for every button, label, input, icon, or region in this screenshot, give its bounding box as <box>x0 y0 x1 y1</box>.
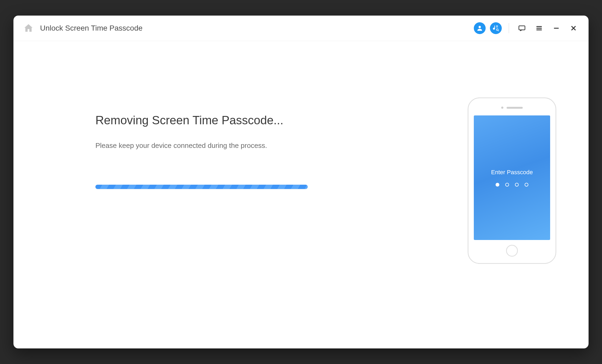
phone-illustration: Enter Passcode <box>468 97 556 264</box>
svg-point-1 <box>496 29 498 31</box>
phone-screen: Enter Passcode <box>474 115 550 240</box>
passcode-dots <box>496 183 528 187</box>
window-title: Unlock Screen Time Passcode <box>40 24 142 32</box>
passcode-dot <box>525 183 528 187</box>
titlebar-divider <box>509 23 509 33</box>
passcode-dot <box>515 183 519 187</box>
svg-point-0 <box>479 26 481 28</box>
titlebar: Unlock Screen Time Passcode <box>13 16 589 41</box>
titlebar-controls <box>474 21 580 35</box>
phone-speaker-icon <box>507 107 523 109</box>
home-icon[interactable] <box>23 23 34 34</box>
progress-bar <box>95 185 308 189</box>
account-icon[interactable] <box>474 22 486 34</box>
svg-line-2 <box>498 30 499 31</box>
minimize-button[interactable] <box>549 21 563 35</box>
feedback-icon[interactable] <box>515 21 529 35</box>
content-area: Removing Screen Time Passcode... Please … <box>13 41 589 348</box>
close-button[interactable] <box>567 21 580 35</box>
menu-icon[interactable] <box>532 21 546 35</box>
status-panel: Removing Screen Time Passcode... Please … <box>43 97 461 348</box>
device-illustration-panel: Enter Passcode <box>461 97 563 348</box>
passcode-label: Enter Passcode <box>491 169 533 176</box>
status-heading: Removing Screen Time Passcode... <box>95 114 461 127</box>
music-search-icon[interactable] <box>490 22 502 34</box>
app-window: Unlock Screen Time Passcode <box>13 16 589 348</box>
status-subtext: Please keep your device connected during… <box>95 141 461 150</box>
passcode-dot <box>505 183 509 187</box>
phone-home-button-icon <box>506 245 518 257</box>
passcode-dot <box>496 183 499 187</box>
phone-top <box>501 104 523 112</box>
svg-rect-3 <box>519 26 525 30</box>
phone-camera-icon <box>501 107 503 109</box>
